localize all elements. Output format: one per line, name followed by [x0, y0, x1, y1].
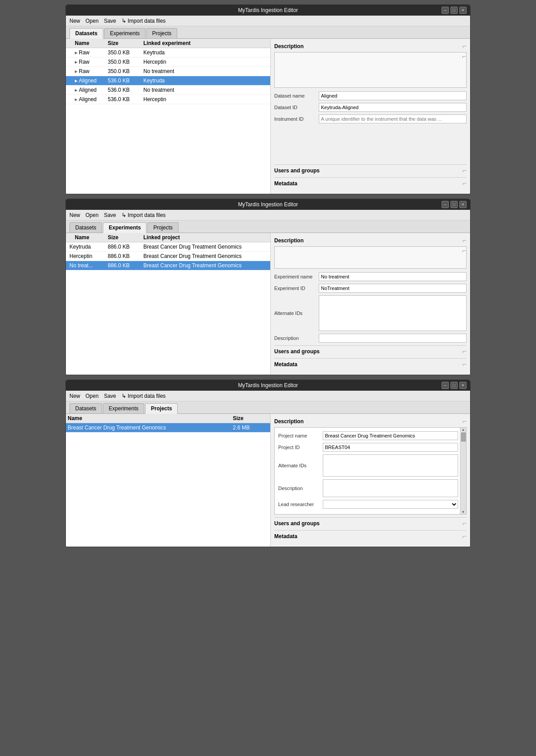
- maximize-btn-2[interactable]: □: [451, 201, 458, 208]
- window-controls-1: ─ □ ✕: [442, 7, 467, 14]
- menu-new-3[interactable]: New: [69, 393, 80, 399]
- project-alternate-ids-label: Alternate IDs: [278, 463, 323, 468]
- lead-researcher-row: Lead researcher: [278, 500, 458, 509]
- metadata-corner-2: ⌐: [463, 360, 467, 368]
- window-title-2: MyTardis Ingestion Editor: [238, 201, 298, 208]
- row-triangle: ▶: [75, 60, 77, 64]
- scrollbar-3[interactable]: ▲ ▼: [460, 428, 466, 514]
- close-btn-1[interactable]: ✕: [459, 7, 467, 14]
- table-row[interactable]: Keytruda 886.0 KB Breast Cancer Drug Tre…: [66, 242, 270, 252]
- content-area-3: Name Size Breast Cancer Drug Treatment G…: [66, 414, 470, 547]
- minimize-btn-2[interactable]: ─: [442, 201, 449, 208]
- menu-new-2[interactable]: New: [69, 212, 80, 218]
- description-corner-2: ⌐: [463, 237, 467, 245]
- experiment-id-input[interactable]: [319, 284, 467, 293]
- menu-save-3[interactable]: Save: [104, 393, 116, 399]
- tab-experiments-3[interactable]: Experiments: [103, 403, 144, 413]
- instrument-id-input[interactable]: [319, 114, 467, 123]
- menu-import-3[interactable]: ↳ Import data files: [122, 392, 166, 399]
- experiment-name-row: Experiment name: [274, 272, 467, 281]
- project-description-textarea[interactable]: [323, 479, 458, 497]
- scroll-thumb[interactable]: [461, 433, 466, 441]
- close-btn-3[interactable]: ✕: [459, 382, 467, 389]
- tab-projects-3[interactable]: Projects: [145, 403, 178, 414]
- tabs-3: Datasets Experiments Projects: [66, 401, 470, 414]
- lead-researcher-label: Lead researcher: [278, 502, 323, 507]
- project-name-input[interactable]: [323, 431, 458, 440]
- lead-researcher-select[interactable]: [323, 500, 458, 509]
- col-header-name-1: Name: [68, 40, 108, 46]
- table-row-selected[interactable]: ▶Aligned 536.0 KB Keytruda: [66, 76, 270, 86]
- titlebar-1: MyTardis Ingestion Editor ─ □ ✕: [66, 5, 470, 16]
- col-header-name-3: Name: [68, 415, 233, 421]
- tab-projects-1[interactable]: Projects: [146, 28, 177, 38]
- tab-datasets-3[interactable]: Datasets: [69, 403, 102, 413]
- menu-open-3[interactable]: Open: [85, 393, 98, 399]
- menu-new-1[interactable]: New: [69, 18, 80, 24]
- content-area-2: Name Size Linked project Keytruda 886.0 …: [66, 233, 470, 375]
- users-groups-section-2[interactable]: Users and groups ⌐: [274, 345, 467, 356]
- window-controls-2: ─ □ ✕: [442, 201, 467, 208]
- dataset-id-input[interactable]: [319, 103, 467, 112]
- table-row-selected[interactable]: No treat... 886.0 KB Breast Cancer Drug …: [66, 261, 270, 270]
- right-panel-1: Description ⌐ ⌐ Dataset name Dataset ID …: [271, 39, 470, 194]
- maximize-btn-3[interactable]: □: [451, 382, 458, 389]
- tab-datasets-1[interactable]: Datasets: [69, 28, 103, 39]
- dataset-name-label: Dataset name: [274, 93, 319, 98]
- table-row[interactable]: Herceptin 886.0 KB Breast Cancer Drug Tr…: [66, 252, 270, 261]
- menu-open-1[interactable]: Open: [85, 18, 98, 24]
- close-btn-2[interactable]: ✕: [459, 201, 467, 208]
- table-row[interactable]: ▶Aligned 536.0 KB No treatment: [66, 86, 270, 95]
- dataset-id-row: Dataset ID: [274, 103, 467, 112]
- menu-save-2[interactable]: Save: [104, 212, 116, 218]
- project-alternate-ids-textarea[interactable]: [323, 454, 458, 477]
- users-groups-section-1[interactable]: Users and groups ⌐: [274, 164, 467, 175]
- scroll-up-arrow[interactable]: ▲: [462, 428, 465, 432]
- minimize-btn-1[interactable]: ─: [442, 7, 449, 14]
- description-box-2: ⌐: [274, 246, 467, 269]
- tabs-1: Datasets Experiments Projects: [66, 26, 470, 39]
- window-title-3: MyTardis Ingestion Editor: [238, 382, 298, 388]
- table-header-1: Name Size Linked experiment: [66, 39, 270, 48]
- description2-row: Description: [274, 334, 467, 343]
- users-groups-section-3[interactable]: Users and groups ⌐: [274, 517, 467, 527]
- description-header-3: Description ⌐: [274, 417, 467, 425]
- window-controls-3: ─ □ ✕: [442, 382, 467, 389]
- project-id-input[interactable]: [323, 443, 458, 452]
- alternate-ids-textarea[interactable]: [319, 295, 467, 331]
- maximize-btn-1[interactable]: □: [451, 7, 458, 14]
- tab-experiments-1[interactable]: Experiments: [104, 28, 146, 38]
- menu-save-1[interactable]: Save: [104, 18, 116, 24]
- project-detail-box: Project name Project ID Alternate IDs De…: [274, 427, 467, 515]
- table-row-selected[interactable]: Breast Cancer Drug Treatment Genomics 2.…: [66, 423, 270, 433]
- col-header-size-2: Size: [108, 234, 143, 241]
- menu-import-1[interactable]: ↳ Import data files: [122, 17, 166, 24]
- metadata-section-1[interactable]: Metadata ⌐: [274, 177, 467, 188]
- project-alternate-ids-row: Alternate IDs: [278, 454, 458, 477]
- tab-projects-2[interactable]: Projects: [147, 222, 178, 233]
- metadata-section-2[interactable]: Metadata ⌐: [274, 358, 467, 368]
- experiment-name-input[interactable]: [319, 272, 467, 281]
- scroll-down-arrow[interactable]: ▼: [462, 510, 465, 514]
- tab-datasets-2[interactable]: Datasets: [69, 222, 102, 233]
- table-row[interactable]: ▶Aligned 536.0 KB Herceptin: [66, 95, 270, 104]
- minimize-btn-3[interactable]: ─: [442, 382, 449, 389]
- table-row[interactable]: ▶Raw 350.0 KB No treatment: [66, 67, 270, 76]
- experiment-id-label: Experiment ID: [274, 286, 319, 291]
- dataset-name-input[interactable]: [319, 91, 467, 100]
- menu-open-2[interactable]: Open: [85, 212, 98, 218]
- titlebar-3: MyTardis Ingestion Editor ─ □ ✕: [66, 380, 470, 391]
- import-icon-1: ↳: [122, 17, 126, 24]
- project-description-label: Description: [278, 486, 323, 491]
- left-panel-2: Name Size Linked project Keytruda 886.0 …: [66, 233, 271, 375]
- window-title-1: MyTardis Ingestion Editor: [238, 7, 298, 13]
- left-panel-1: Name Size Linked experiment ▶Raw 350.0 K…: [66, 39, 271, 194]
- description2-input[interactable]: [319, 334, 467, 343]
- menu-import-2[interactable]: ↳ Import data files: [122, 212, 166, 218]
- table-row[interactable]: ▶Raw 350.0 KB Keytruda: [66, 48, 270, 57]
- metadata-section-3[interactable]: Metadata ⌐: [274, 530, 467, 540]
- tab-experiments-2[interactable]: Experiments: [103, 222, 146, 233]
- table-row[interactable]: ▶Raw 350.0 KB Herceptin: [66, 57, 270, 67]
- col-header-linked-1: Linked experiment: [143, 40, 268, 46]
- menubar-3: New Open Save ↳ Import data files: [66, 391, 470, 401]
